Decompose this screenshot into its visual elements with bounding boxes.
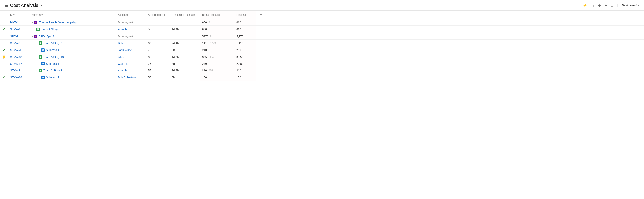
- columns-icon[interactable]: ⦀: [617, 3, 618, 8]
- row-assignee-cost-cell: 55: [146, 26, 170, 33]
- row-extra-cell: [256, 40, 644, 46]
- row-assignee-cell: Bob: [116, 40, 146, 46]
- cost-analysis-table: Key Summary Assignee Assignee[cost] Rema…: [0, 11, 644, 81]
- row-remaining-estimate-cell: 4d: [170, 60, 200, 67]
- add-column-header[interactable]: +: [256, 11, 644, 19]
- summary-text[interactable]: Team A Story 9: [43, 42, 62, 45]
- row-key-cell: SPR-2: [8, 33, 30, 40]
- table-container[interactable]: Key Summary Assignee Assignee[cost] Rema…: [0, 11, 644, 81]
- remaining-cost-main: 660: [202, 28, 207, 31]
- row-remaining-cost-cell: 810660: [200, 67, 234, 74]
- key-link[interactable]: STMA-20: [10, 48, 22, 52]
- expand-arrow-icon[interactable]: ▾: [36, 42, 38, 45]
- row-summary-cell: ⧉Sub-task 4: [30, 46, 116, 54]
- remaining-cost-main: 1410: [202, 42, 208, 45]
- row-remaining-cost-cell: 6600: [200, 19, 234, 26]
- row-finish-cost-cell: 810: [234, 67, 256, 74]
- add-column-button[interactable]: +: [258, 12, 264, 18]
- remaining-cost-main: 810: [202, 69, 207, 72]
- search-icon[interactable]: ⌕: [611, 3, 613, 8]
- row-status-cell: [0, 60, 8, 67]
- summary-text[interactable]: Team A Story 8: [43, 69, 62, 72]
- finish-cost-value: 660: [236, 21, 241, 24]
- row-remaining-estimate-cell: 1d 2h: [170, 54, 200, 60]
- key-link[interactable]: STMA-10: [10, 56, 22, 59]
- app-container: ☰ Cost Analysis ▾ ⚡ ☆ ⊕ ⊽ ⌕ ⦀ Basic view…: [0, 0, 644, 81]
- key-link[interactable]: STMA-8: [10, 69, 20, 72]
- row-assignee-cost-cell: 65: [146, 54, 170, 60]
- remaining-cost-secondary: 650: [210, 56, 214, 59]
- col-header-assignee: Assignee: [116, 11, 146, 19]
- story-icon: ▣: [36, 28, 40, 31]
- row-assignee-cell: Anna M.: [116, 26, 146, 33]
- layers-icon[interactable]: ⊕: [598, 3, 601, 8]
- row-assignee-cell: Anna M.: [116, 67, 146, 74]
- remaining-cost-secondary: 1200: [210, 42, 216, 45]
- expand-arrow-icon[interactable]: ▾: [36, 56, 38, 59]
- lightning-icon[interactable]: ⚡: [583, 3, 588, 8]
- key-link[interactable]: STMA-9: [10, 42, 20, 45]
- finish-cost-value: 2,400: [236, 62, 244, 65]
- row-finish-cost-cell: 660: [234, 19, 256, 26]
- row-remaining-cost-cell: 52700: [200, 33, 234, 40]
- key-link[interactable]: STMA-1: [10, 28, 20, 31]
- remaining-cost-main: 2400: [202, 62, 208, 65]
- summary-text[interactable]: 'Theme Park is Safe' campaign: [38, 21, 77, 24]
- story-icon: ▣: [38, 41, 42, 45]
- row-status-cell: ✋: [0, 54, 8, 60]
- expand-arrow-icon[interactable]: ▾: [32, 35, 33, 38]
- assignee-link[interactable]: Bob: [118, 42, 123, 45]
- summary-text[interactable]: Sub-task 4: [46, 48, 59, 52]
- expand-arrow-icon[interactable]: ▾: [32, 21, 33, 24]
- row-summary-cell: ⧉Sub-task 1: [30, 60, 116, 67]
- summary-text[interactable]: Sub-task 1: [46, 62, 59, 65]
- key-link[interactable]: STMA-18: [10, 76, 22, 79]
- row-summary-cell: ▾⚡'Theme Park is Safe' campaign: [30, 19, 116, 26]
- table-row: ✓STMA-18⧉Sub-task 2Bob Robertson503h1501…: [0, 74, 644, 81]
- filter-icon[interactable]: ⊽: [604, 3, 607, 8]
- row-key-cell: MKT-4: [8, 19, 30, 26]
- col-header-summary: Summary: [30, 11, 116, 19]
- row-assignee-cell: Claire T.: [116, 60, 146, 67]
- assignee-link[interactable]: Claire T.: [118, 62, 128, 65]
- finish-cost-value: 150: [236, 76, 241, 79]
- assignee-link[interactable]: Bob Robertson: [118, 76, 136, 79]
- table-row: SPR-2▾⚡SAFe Epic 2Unassigned527005,270: [0, 33, 644, 40]
- title-chevron-icon[interactable]: ▾: [40, 4, 42, 7]
- header-left: ☰ Cost Analysis ▾: [4, 3, 42, 8]
- finish-cost-value: 210: [236, 48, 241, 52]
- row-key-cell: STMA-17: [8, 60, 30, 67]
- expand-arrow-icon[interactable]: ▾: [36, 69, 38, 72]
- col-header-assignee-cost: Assignee[cost]: [146, 11, 170, 19]
- summary-text[interactable]: Sub-task 2: [46, 76, 59, 79]
- remaining-cost-main: 150: [202, 76, 207, 79]
- row-remaining-estimate-cell: 3h: [170, 74, 200, 81]
- row-remaining-estimate-cell: 2d 4h: [170, 40, 200, 46]
- basic-view-button[interactable]: Basic view* ▾: [622, 4, 640, 7]
- row-assignee-cell: John White: [116, 46, 146, 54]
- key-link[interactable]: MKT-4: [10, 21, 18, 24]
- check-icon: ✓: [2, 76, 6, 79]
- summary-text[interactable]: Team A Story 1: [41, 28, 60, 31]
- star-icon[interactable]: ☆: [591, 3, 594, 8]
- check-icon: ✓: [2, 48, 6, 52]
- summary-text[interactable]: Team A Story 10: [43, 56, 64, 59]
- row-summary-cell: ▾▣Team A Story 9: [30, 40, 116, 46]
- key-link[interactable]: SPR-2: [10, 35, 18, 38]
- table-row: ✓STMA-1▣Team A Story 1Anna M.551d 4h6606…: [0, 26, 644, 33]
- key-link[interactable]: STMA-17: [10, 62, 22, 65]
- basic-view-label: Basic view*: [622, 4, 637, 7]
- col-header-remaining-estimate: Remaining Estimate: [170, 11, 200, 19]
- assignee-link[interactable]: Albert: [118, 56, 125, 59]
- page-title: Cost Analysis: [10, 3, 38, 8]
- assignee-link[interactable]: Anna M.: [118, 28, 128, 31]
- row-key-cell: STMA-20: [8, 46, 30, 54]
- row-remaining-cost-cell: 3050650: [200, 54, 234, 60]
- finish-cost-value: 660: [236, 28, 241, 31]
- subtask-icon: ⧉: [41, 62, 44, 65]
- assignee-link[interactable]: John White: [118, 48, 132, 52]
- assignee-link[interactable]: Anna M.: [118, 69, 128, 72]
- row-finish-cost-cell: 660: [234, 26, 256, 33]
- summary-text[interactable]: SAFe Epic 2: [38, 35, 54, 38]
- table-row: STMA-8▾▣Team A Story 8Anna M.551d 4h8106…: [0, 67, 644, 74]
